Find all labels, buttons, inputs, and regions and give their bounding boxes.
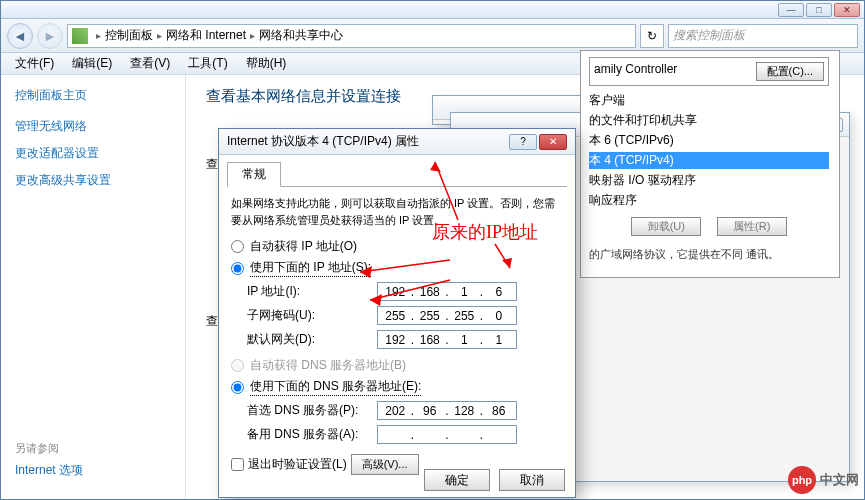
dialog-titlebar: Internet 协议版本 4 (TCP/IPv4) 属性 ? ✕ xyxy=(219,129,575,155)
list-item[interactable]: 映射器 I/O 驱动程序 xyxy=(589,172,829,189)
radio-auto-dns: 自动获得 DNS 服务器地址(B) xyxy=(231,357,563,374)
control-panel-icon xyxy=(72,28,88,44)
validate-checkbox[interactable] xyxy=(231,458,244,471)
breadcrumb-item[interactable]: 控制面板 xyxy=(105,27,153,44)
alt-dns-input[interactable]: . . . xyxy=(377,425,517,444)
window-titlebar: — □ ✕ xyxy=(1,1,864,19)
list-item[interactable]: 客户端 xyxy=(589,92,829,109)
dialog-title: Internet 协议版本 4 (TCP/IPv4) 属性 xyxy=(227,133,419,150)
sidebar-link-adapter[interactable]: 更改适配器设置 xyxy=(15,145,171,162)
radio-label: 使用下面的 DNS 服务器地址(E): xyxy=(250,378,421,396)
annotation-label: 原来的IP地址 xyxy=(432,220,538,244)
close-button[interactable]: ✕ xyxy=(539,134,567,150)
description-text: 的广域网络协议，它提供在不同 通讯。 xyxy=(589,246,829,263)
refresh-button[interactable]: ↻ xyxy=(640,24,664,48)
menu-file[interactable]: 文件(F) xyxy=(7,52,62,75)
configure-button[interactable]: 配置(C)... xyxy=(756,62,824,81)
breadcrumb[interactable]: ▸ 控制面板 ▸ 网络和 Internet ▸ 网络和共享中心 xyxy=(67,24,636,48)
chevron-right-icon: ▸ xyxy=(96,30,101,41)
ip-address-input[interactable]: 192. 168. 1. 6 xyxy=(377,282,517,301)
breadcrumb-item[interactable]: 网络和 Internet xyxy=(166,27,246,44)
uninstall-button[interactable]: 卸载(U) xyxy=(631,217,701,236)
menu-help[interactable]: 帮助(H) xyxy=(238,52,295,75)
forward-button[interactable]: ► xyxy=(37,23,63,49)
menu-tools[interactable]: 工具(T) xyxy=(180,52,235,75)
refresh-icon: ↻ xyxy=(647,29,657,43)
menu-edit[interactable]: 编辑(E) xyxy=(64,52,120,75)
sidebar-link-internet-options[interactable]: Internet 选项 xyxy=(15,462,175,479)
search-placeholder: 搜索控制面板 xyxy=(673,27,745,44)
radio-label: 使用下面的 IP 地址(S): xyxy=(250,259,371,277)
see-also-label: 另请参阅 xyxy=(15,441,175,456)
radio-label: 自动获得 IP 地址(O) xyxy=(250,238,357,255)
watermark: php 中文网 xyxy=(788,466,859,494)
checkbox-label: 退出时验证设置(L) xyxy=(248,456,347,473)
properties-button[interactable]: 属性(R) xyxy=(717,217,787,236)
chevron-right-icon: ▸ xyxy=(250,30,255,41)
radio-label: 自动获得 DNS 服务器地址(B) xyxy=(250,357,406,374)
mask-label: 子网掩码(U): xyxy=(247,307,377,324)
maximize-button[interactable]: □ xyxy=(806,3,832,17)
ok-button[interactable]: 确定 xyxy=(424,469,490,491)
subnet-mask-input[interactable]: 255. 255. 255. 0 xyxy=(377,306,517,325)
breadcrumb-item[interactable]: 网络和共享中心 xyxy=(259,27,343,44)
close-button[interactable]: ✕ xyxy=(834,3,860,17)
search-input[interactable]: 搜索控制面板 xyxy=(668,24,858,48)
list-item-selected[interactable]: 本 4 (TCP/IPv4) xyxy=(589,152,829,169)
menu-view[interactable]: 查看(V) xyxy=(122,52,178,75)
sidebar: 控制面板主页 管理无线网络 更改适配器设置 更改高级共享设置 另请参阅 Inte… xyxy=(1,75,186,499)
alt-dns-label: 备用 DNS 服务器(A): xyxy=(247,426,377,443)
radio-use-ip[interactable]: 使用下面的 IP 地址(S): xyxy=(231,259,563,277)
minimize-button[interactable]: — xyxy=(778,3,804,17)
radio-use-dns[interactable]: 使用下面的 DNS 服务器地址(E): xyxy=(231,378,563,396)
gateway-input[interactable]: 192. 168. 1. 1 xyxy=(377,330,517,349)
primary-dns-label: 首选 DNS 服务器(P): xyxy=(247,402,377,419)
sidebar-footer: 另请参阅 Internet 选项 xyxy=(15,441,175,489)
watermark-logo: php xyxy=(788,466,816,494)
controller-name: amily Controller xyxy=(594,62,677,76)
primary-dns-input[interactable]: 202. 96. 128. 86 xyxy=(377,401,517,420)
back-button[interactable]: ◄ xyxy=(7,23,33,49)
sidebar-link-wireless[interactable]: 管理无线网络 xyxy=(15,118,171,135)
watermark-text: 中文网 xyxy=(820,471,859,489)
radio-input xyxy=(231,359,244,372)
cancel-button[interactable]: 取消 xyxy=(499,469,565,491)
list-item[interactable]: 的文件和打印机共享 xyxy=(589,112,829,129)
tab-strip: 常规 xyxy=(227,161,567,187)
adapter-properties-panel: amily Controller 配置(C)... 客户端 的文件和打印机共享 … xyxy=(580,50,840,278)
radio-input[interactable] xyxy=(231,262,244,275)
radio-input[interactable] xyxy=(231,381,244,394)
help-button[interactable]: ? xyxy=(509,134,537,150)
nav-toolbar: ◄ ► ▸ 控制面板 ▸ 网络和 Internet ▸ 网络和共享中心 ↻ 搜索… xyxy=(1,19,864,53)
sidebar-link-sharing[interactable]: 更改高级共享设置 xyxy=(15,172,171,189)
ip-label: IP 地址(I): xyxy=(247,283,377,300)
gateway-label: 默认网关(D): xyxy=(247,331,377,348)
advanced-button[interactable]: 高级(V)... xyxy=(351,454,419,475)
chevron-right-icon: ▸ xyxy=(157,30,162,41)
sidebar-title: 控制面板主页 xyxy=(15,87,171,104)
tab-general[interactable]: 常规 xyxy=(227,162,281,187)
ipv4-properties-dialog: Internet 协议版本 4 (TCP/IPv4) 属性 ? ✕ 常规 如果网… xyxy=(218,128,576,498)
list-item[interactable]: 响应程序 xyxy=(589,192,829,209)
radio-input[interactable] xyxy=(231,240,244,253)
list-item[interactable]: 本 6 (TCP/IPv6) xyxy=(589,132,829,149)
